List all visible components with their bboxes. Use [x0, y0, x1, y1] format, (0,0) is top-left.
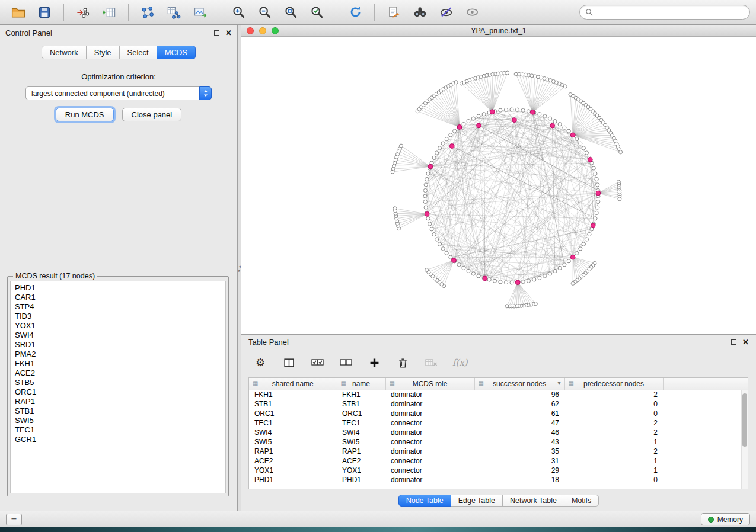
network-node[interactable] — [477, 114, 480, 118]
leaf-node[interactable] — [619, 150, 623, 154]
dominator-node[interactable] — [512, 118, 517, 123]
scrollbar-thumb[interactable] — [742, 393, 747, 447]
export-image-button[interactable] — [187, 2, 212, 23]
mcds-result-item[interactable]: ACE2 — [11, 368, 225, 378]
dominator-node[interactable] — [550, 123, 555, 128]
network-node[interactable] — [477, 274, 480, 278]
tab-node-table[interactable]: Node Table — [398, 495, 451, 507]
tab-style[interactable]: Style — [87, 46, 120, 59]
dominator-node[interactable] — [596, 191, 601, 196]
network-node[interactable] — [553, 269, 557, 273]
copy-document-button[interactable] — [381, 2, 406, 23]
table-row[interactable]: TEC1TEC1connector472 — [249, 418, 748, 428]
dominator-node[interactable] — [515, 280, 520, 285]
column-header-shared-name[interactable]: ▦shared name — [249, 378, 337, 390]
leaf-node[interactable] — [571, 281, 575, 285]
network-node[interactable] — [423, 194, 427, 198]
network-node[interactable] — [425, 177, 429, 181]
dominator-node[interactable] — [457, 125, 462, 130]
leaf-node[interactable] — [454, 81, 458, 84]
window-close-icon[interactable] — [247, 27, 254, 34]
table-row[interactable]: PHD1PHD1dominator180 — [249, 475, 748, 485]
network-node[interactable] — [430, 227, 433, 231]
network-node[interactable] — [585, 238, 588, 241]
network-node[interactable] — [467, 120, 470, 123]
network-node[interactable] — [424, 183, 428, 187]
network-node[interactable] — [504, 281, 508, 284]
network-node[interactable] — [504, 108, 508, 111]
table-row[interactable]: SWI4SWI4dominator462 — [249, 428, 748, 437]
network-node[interactable] — [438, 146, 442, 150]
column-header-successor-nodes[interactable]: ▦successor nodes▾ — [474, 378, 564, 390]
show-details-button[interactable] — [460, 2, 484, 23]
column-header-predecessor-nodes[interactable]: ▦predecessor nodes — [564, 378, 663, 390]
network-node[interactable] — [432, 233, 436, 236]
network-node[interactable] — [592, 166, 595, 170]
table-scrollbar[interactable] — [741, 390, 748, 489]
network-node[interactable] — [567, 259, 570, 263]
dominator-node[interactable] — [570, 133, 575, 137]
table-row[interactable]: YOX1YOX1connector291 — [249, 466, 748, 475]
tab-mcds[interactable]: MCDS — [157, 46, 196, 59]
mcds-result-item[interactable]: GCR1 — [11, 435, 225, 444]
network-node[interactable] — [432, 156, 436, 159]
tab-network-table[interactable]: Network Table — [503, 495, 564, 507]
network-node[interactable] — [579, 142, 582, 145]
tab-select[interactable]: Select — [120, 46, 157, 59]
run-mcds-button[interactable]: Run MCDS — [56, 108, 114, 121]
network-node[interactable] — [594, 172, 597, 175]
network-node[interactable] — [445, 251, 448, 255]
network-node[interactable] — [424, 206, 428, 209]
network-node[interactable] — [441, 247, 445, 251]
network-node[interactable] — [596, 183, 599, 187]
network-node[interactable] — [435, 238, 439, 241]
close-table-panel-icon[interactable]: ✕ — [742, 338, 749, 346]
leaf-node[interactable] — [393, 207, 397, 210]
dominator-node[interactable] — [477, 123, 481, 128]
mcds-result-item[interactable]: SWI4 — [11, 331, 225, 340]
network-node[interactable] — [594, 217, 597, 220]
add-column-button[interactable] — [367, 355, 381, 370]
dominator-node[interactable] — [591, 223, 595, 228]
select-all-button[interactable] — [310, 355, 324, 370]
delete-table-button-disabled[interactable] — [424, 355, 438, 370]
dominator-node[interactable] — [588, 157, 592, 162]
network-node[interactable] — [521, 280, 525, 284]
network-node[interactable] — [449, 133, 452, 137]
memory-button[interactable]: Memory — [701, 513, 750, 525]
mcds-result-item[interactable]: TID3 — [11, 312, 225, 321]
leaf-node[interactable] — [618, 197, 621, 201]
network-node[interactable] — [482, 113, 486, 116]
network-node[interactable] — [453, 129, 457, 133]
network-titlebar[interactable]: YPA_prune.txt_1 — [241, 25, 756, 37]
mcds-result-list[interactable]: PHD1CAR1STP4TID3YOX1SWI4SRD1PMA2FKH1ACE2… — [10, 281, 226, 493]
table-settings-button[interactable]: ⚙ — [253, 355, 267, 370]
network-node[interactable] — [445, 137, 448, 141]
dominator-node[interactable] — [483, 276, 487, 281]
network-node[interactable] — [538, 276, 541, 280]
dominator-node[interactable] — [490, 110, 495, 114]
network-node[interactable] — [579, 247, 582, 251]
network-node[interactable] — [423, 200, 427, 203]
network-node[interactable] — [457, 263, 461, 267]
mcds-result-item[interactable]: YOX1 — [11, 321, 225, 331]
show-columns-button[interactable] — [282, 355, 296, 370]
float-table-panel-icon[interactable] — [731, 339, 736, 345]
leaf-node[interactable] — [400, 144, 403, 148]
network-node[interactable] — [548, 117, 552, 120]
mcds-result-item[interactable]: FKH1 — [11, 359, 225, 368]
network-node[interactable] — [438, 242, 442, 246]
deselect-all-button[interactable] — [339, 355, 353, 370]
search-box[interactable] — [579, 5, 750, 20]
table-row[interactable]: RAP1RAP1dominator352 — [249, 447, 748, 456]
search-input[interactable] — [596, 8, 744, 17]
network-node[interactable] — [553, 120, 557, 123]
network-node[interactable] — [510, 281, 513, 284]
network-node[interactable] — [441, 142, 445, 145]
zoom-in-button[interactable] — [226, 2, 251, 23]
mcds-result-item[interactable]: STB1 — [11, 406, 225, 416]
network-node[interactable] — [493, 279, 496, 283]
network-node[interactable] — [543, 114, 547, 118]
mcds-result-item[interactable]: STB5 — [11, 378, 225, 387]
dominator-node[interactable] — [530, 110, 535, 114]
